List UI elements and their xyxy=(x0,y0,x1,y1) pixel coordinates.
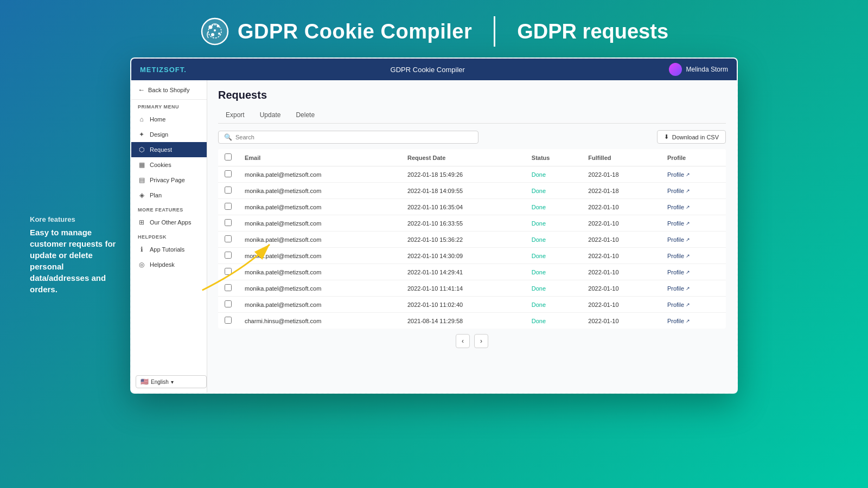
download-csv-button[interactable]: ⬇ Download in CSV xyxy=(657,130,726,144)
table-row: monika.patel@metizsoft.com 2022-01-10 16… xyxy=(218,199,726,215)
external-link-icon: ↗ xyxy=(686,237,690,242)
back-to-shopify[interactable]: ← Back to Shopify xyxy=(131,80,207,100)
profile-link[interactable]: Profile ↗ xyxy=(667,236,719,243)
select-all-checkbox[interactable] xyxy=(225,153,232,160)
next-page-button[interactable]: › xyxy=(474,334,488,348)
sidebar-item-request[interactable]: ⬡ Request xyxy=(131,142,207,157)
design-icon: ✦ xyxy=(138,131,145,138)
tutorials-icon: ℹ xyxy=(138,246,145,253)
helpdesk-label: Helpdesk xyxy=(150,261,175,268)
row-profile: Profile ↗ xyxy=(661,166,726,183)
search-box[interactable]: 🔍 xyxy=(218,131,478,144)
sidebar-item-privacy[interactable]: ▤ Privacy Page xyxy=(131,172,207,188)
profile-link[interactable]: Profile ↗ xyxy=(667,269,719,275)
top-header: GDPR Cookie Compiler GDPR requests xyxy=(0,0,868,57)
language-selector[interactable]: 🇺🇸 English ▾ xyxy=(136,375,207,388)
primary-menu-label: PRIMARY MENU xyxy=(131,100,207,112)
search-input[interactable] xyxy=(235,134,473,140)
sidebar-item-cookies[interactable]: ▦ Cookies xyxy=(131,157,207,172)
row-email: monika.patel@metizsoft.com xyxy=(238,199,401,215)
profile-link[interactable]: Profile ↗ xyxy=(667,188,719,194)
row-profile: Profile ↗ xyxy=(661,183,726,199)
row-checkbox-5[interactable] xyxy=(225,252,232,259)
row-checkbox-4[interactable] xyxy=(225,235,232,242)
search-icon: 🔍 xyxy=(224,133,232,141)
sidebar-item-other-apps[interactable]: ⊞ Our Other Apps xyxy=(131,215,207,230)
app-navbar: METIZSOFT. GDPR Cookie Compiler Melinda … xyxy=(131,59,737,80)
tab-export[interactable]: Export xyxy=(218,108,252,123)
external-link-icon: ↗ xyxy=(686,318,690,324)
profile-link[interactable]: Profile ↗ xyxy=(667,285,719,292)
row-status: Done xyxy=(525,215,582,232)
col-status: Status xyxy=(525,149,582,166)
external-link-icon: ↗ xyxy=(686,302,690,307)
sidebar-item-plan[interactable]: ◈ Plan xyxy=(131,188,207,203)
table-row: charmi.hinsu@metizsoft.com 2021-08-14 11… xyxy=(218,313,726,329)
chevron-down-icon: ▾ xyxy=(171,379,174,385)
profile-link[interactable]: Profile ↗ xyxy=(667,220,719,227)
col-checkbox xyxy=(218,149,238,166)
sidebar-item-helpdesk[interactable]: ◎ Helpdesk xyxy=(131,257,207,272)
row-profile: Profile ↗ xyxy=(661,264,726,280)
row-checkbox-3[interactable] xyxy=(225,219,232,226)
row-checkbox-2[interactable] xyxy=(225,203,232,210)
table-row: monika.patel@metizsoft.com 2022-01-18 14… xyxy=(218,183,726,199)
row-email: monika.patel@metizsoft.com xyxy=(238,248,401,264)
app-title: GDPR Cookie Compiler xyxy=(238,20,472,43)
row-date: 2022-01-10 14:30:09 xyxy=(401,248,525,264)
user-avatar xyxy=(669,63,682,76)
table-row: monika.patel@metizsoft.com 2022-01-18 15… xyxy=(218,166,726,183)
sidebar-item-tutorials[interactable]: ℹ App Tutorials xyxy=(131,242,207,257)
row-checkbox-6[interactable] xyxy=(225,268,232,275)
row-profile: Profile ↗ xyxy=(661,199,726,215)
row-date: 2022-01-18 14:09:55 xyxy=(401,183,525,199)
row-status: Done xyxy=(525,313,582,329)
row-email: monika.patel@metizsoft.com xyxy=(238,215,401,232)
header-brand: GDPR Cookie Compiler xyxy=(200,16,495,47)
language-label: English xyxy=(151,379,169,385)
row-status: Done xyxy=(525,183,582,199)
profile-link[interactable]: Profile ↗ xyxy=(667,204,719,210)
external-link-icon: ↗ xyxy=(686,253,690,259)
tab-bar: Export Update Delete xyxy=(218,108,726,124)
table-row: monika.patel@metizsoft.com 2022-01-10 15… xyxy=(218,232,726,248)
sidebar-item-design[interactable]: ✦ Design xyxy=(131,127,207,142)
privacy-label: Privacy Page xyxy=(150,177,185,183)
tab-update[interactable]: Update xyxy=(252,108,289,123)
sidebar-item-home[interactable]: ⌂ Home xyxy=(131,112,207,127)
row-date: 2022-01-10 11:41:14 xyxy=(401,280,525,297)
flag-icon: 🇺🇸 xyxy=(141,378,149,386)
row-date: 2022-01-10 11:02:40 xyxy=(401,297,525,313)
svg-point-5 xyxy=(214,29,216,31)
table-row: monika.patel@metizsoft.com 2022-01-10 14… xyxy=(218,264,726,280)
row-checkbox-cell xyxy=(218,232,238,248)
kore-features-label: Kore features xyxy=(30,215,122,224)
profile-link[interactable]: Profile ↗ xyxy=(667,318,719,324)
profile-link[interactable]: Profile ↗ xyxy=(667,171,719,178)
row-fulfilled: 2022-01-10 xyxy=(582,232,661,248)
pagination: ‹ › xyxy=(218,329,726,350)
cookies-label: Cookies xyxy=(150,162,171,168)
page-title: Requests xyxy=(218,89,726,101)
row-fulfilled: 2022-01-18 xyxy=(582,183,661,199)
row-fulfilled: 2022-01-10 xyxy=(582,264,661,280)
row-checkbox-9[interactable] xyxy=(225,317,232,324)
row-checkbox-1[interactable] xyxy=(225,187,232,194)
row-status: Done xyxy=(525,264,582,280)
row-status: Done xyxy=(525,232,582,248)
row-checkbox-7[interactable] xyxy=(225,284,232,291)
external-link-icon: ↗ xyxy=(686,286,690,291)
cookies-icon: ▦ xyxy=(138,161,145,169)
requests-table: Email Request Date Status Fulfilled Prof… xyxy=(218,149,726,329)
profile-link[interactable]: Profile ↗ xyxy=(667,253,719,259)
tab-delete[interactable]: Delete xyxy=(288,108,322,123)
profile-link[interactable]: Profile ↗ xyxy=(667,301,719,308)
col-fulfilled: Fulfilled xyxy=(582,149,661,166)
row-checkbox-8[interactable] xyxy=(225,300,232,307)
row-checkbox-0[interactable] xyxy=(225,170,232,177)
row-profile: Profile ↗ xyxy=(661,232,726,248)
prev-page-button[interactable]: ‹ xyxy=(456,334,470,348)
other-apps-label: Our Other Apps xyxy=(150,219,191,226)
row-email: monika.patel@metizsoft.com xyxy=(238,232,401,248)
external-link-icon: ↗ xyxy=(686,172,690,177)
